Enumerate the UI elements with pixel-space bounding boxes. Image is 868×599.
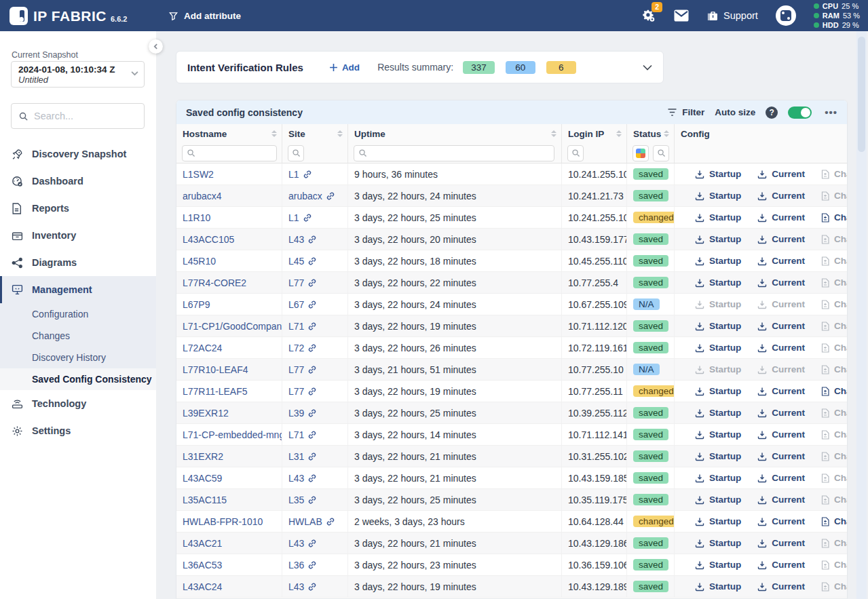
- search-input[interactable]: [34, 111, 137, 121]
- add-rule-button[interactable]: Add: [329, 62, 360, 73]
- changes-link[interactable]: Changes: [821, 212, 847, 223]
- hostname-link[interactable]: L43AC21: [183, 538, 222, 549]
- site-filter-search-button[interactable]: [288, 145, 304, 161]
- sidebar-subitem-discovery-history[interactable]: Discovery History: [0, 347, 156, 368]
- startup-config-link[interactable]: Startup: [695, 429, 741, 440]
- startup-config-link[interactable]: Startup: [695, 343, 741, 353]
- page-scrollbar-track[interactable]: [856, 31, 867, 599]
- current-config-link[interactable]: Current: [757, 495, 805, 505]
- hostname-link[interactable]: L39EXR12: [183, 408, 229, 419]
- site-link[interactable]: L71: [288, 321, 317, 332]
- hostname-link[interactable]: L77R10-LEAF4: [183, 364, 248, 375]
- startup-config-link[interactable]: Startup: [695, 234, 741, 244]
- site-link[interactable]: L36: [288, 560, 317, 571]
- site-link[interactable]: L35: [288, 495, 317, 505]
- startup-config-link[interactable]: Startup: [695, 408, 741, 418]
- app-logo[interactable]: IP FABRIC 6.6.2: [0, 7, 157, 25]
- sidebar-collapse-button[interactable]: [149, 39, 163, 54]
- site-link[interactable]: L43: [288, 581, 317, 592]
- site-link[interactable]: L77: [288, 277, 317, 288]
- site-link[interactable]: L43: [288, 234, 317, 245]
- hostname-link[interactable]: L1R10: [183, 212, 210, 223]
- hostname-link[interactable]: L31EXR2: [183, 451, 223, 462]
- current-config-link[interactable]: Current: [757, 560, 805, 570]
- sidebar-item-inventory[interactable]: Inventory: [0, 222, 156, 249]
- changes-link[interactable]: Changes: [821, 386, 847, 396]
- user-avatar[interactable]: [776, 5, 796, 26]
- current-config-link[interactable]: Current: [757, 429, 805, 440]
- site-link[interactable]: L45: [288, 256, 317, 267]
- hostname-link[interactable]: L43AC59: [183, 473, 222, 484]
- hostname-link[interactable]: arubacx4: [183, 191, 222, 201]
- site-link[interactable]: L31: [288, 451, 317, 462]
- startup-config-link[interactable]: Startup: [695, 386, 741, 396]
- startup-config-link[interactable]: Startup: [695, 212, 741, 223]
- current-config-link[interactable]: Current: [757, 256, 805, 266]
- blue-results-badge[interactable]: 60: [506, 61, 535, 74]
- current-config-link[interactable]: Current: [757, 581, 805, 592]
- site-link[interactable]: L43: [288, 538, 317, 549]
- snapshot-select[interactable]: 2024-01-08, 10:10:34 Z Untitled: [11, 61, 145, 88]
- changes-link[interactable]: Changes: [821, 516, 847, 526]
- hostname-link[interactable]: L71-CP-embedded-mng: [183, 429, 282, 440]
- sidebar-item-technology[interactable]: Technology: [0, 390, 156, 417]
- column-header-login-ip[interactable]: Login IP: [562, 124, 627, 143]
- column-header-uptime[interactable]: Uptime: [348, 124, 562, 143]
- sidebar-item-discovery-snapshot[interactable]: Discovery Snapshot: [0, 140, 156, 168]
- startup-config-link[interactable]: Startup: [695, 560, 741, 570]
- startup-config-link[interactable]: Startup: [695, 256, 741, 266]
- auto-size-toggle[interactable]: [788, 107, 812, 119]
- status-filter-search-button[interactable]: [653, 145, 669, 161]
- table-menu-button[interactable]: •••: [822, 107, 837, 118]
- hostname-link[interactable]: L1SW2: [183, 169, 214, 180]
- green-results-badge[interactable]: 337: [463, 61, 495, 74]
- sidebar-item-dashboard[interactable]: Dashboard: [0, 168, 156, 195]
- startup-config-link[interactable]: Startup: [695, 473, 741, 483]
- status-color-filter-button[interactable]: [633, 145, 649, 161]
- site-link[interactable]: L77: [288, 386, 317, 397]
- hostname-filter-input[interactable]: [182, 145, 277, 161]
- current-config-link[interactable]: Current: [757, 234, 805, 244]
- hostname-link[interactable]: L35AC115: [183, 495, 227, 505]
- hostname-link[interactable]: L45R10: [183, 256, 216, 267]
- current-config-link[interactable]: Current: [757, 408, 805, 418]
- site-link[interactable]: L72: [288, 343, 317, 353]
- hostname-link[interactable]: HWLAB-FPR-1010: [183, 516, 263, 527]
- uptime-filter-input[interactable]: [354, 145, 554, 161]
- startup-config-link[interactable]: Startup: [695, 581, 741, 592]
- site-link[interactable]: L1: [288, 169, 312, 180]
- site-link[interactable]: arubacx: [288, 191, 335, 201]
- help-icon[interactable]: ?: [766, 107, 778, 119]
- sidebar-subitem-configuration[interactable]: Configuration: [0, 303, 156, 325]
- hostname-link[interactable]: L43AC24: [183, 581, 222, 592]
- sidebar-item-diagrams[interactable]: Diagrams: [0, 249, 156, 276]
- current-config-link[interactable]: Current: [757, 343, 805, 353]
- current-config-link[interactable]: Current: [757, 538, 805, 548]
- filter-button[interactable]: Filter: [667, 107, 704, 117]
- hostname-link[interactable]: L67P9: [183, 299, 210, 310]
- startup-config-link[interactable]: Startup: [695, 321, 741, 331]
- sidebar-item-management[interactable]: Management: [0, 276, 156, 303]
- startup-config-link[interactable]: Startup: [695, 451, 741, 461]
- site-link[interactable]: L67: [288, 299, 317, 310]
- startup-config-link[interactable]: Startup: [695, 516, 741, 526]
- hostname-link[interactable]: L36AC53: [183, 560, 222, 571]
- expand-panel-chevron[interactable]: [643, 64, 652, 71]
- add-attribute-button[interactable]: Add attribute: [168, 11, 241, 21]
- column-header-site[interactable]: Site: [282, 124, 348, 143]
- startup-config-link[interactable]: Startup: [695, 169, 741, 179]
- system-settings-button[interactable]: 2: [641, 8, 656, 23]
- current-config-link[interactable]: Current: [757, 386, 805, 396]
- hostname-link[interactable]: L72AC24: [183, 343, 222, 353]
- sidebar-subitem-changes[interactable]: Changes: [0, 325, 156, 347]
- mail-button[interactable]: [674, 9, 689, 22]
- sidebar-item-settings[interactable]: Settings: [0, 417, 156, 444]
- current-config-link[interactable]: Current: [757, 277, 805, 288]
- current-config-link[interactable]: Current: [757, 473, 805, 483]
- sidebar-subitem-saved-config-consistency[interactable]: Saved Config Consistency: [0, 368, 156, 390]
- site-link[interactable]: HWLAB: [288, 516, 335, 527]
- current-config-link[interactable]: Current: [757, 451, 805, 461]
- current-config-link[interactable]: Current: [757, 169, 805, 179]
- hostname-link[interactable]: L71-CP1/GoodCompany: [183, 321, 282, 332]
- site-link[interactable]: L1: [288, 212, 312, 223]
